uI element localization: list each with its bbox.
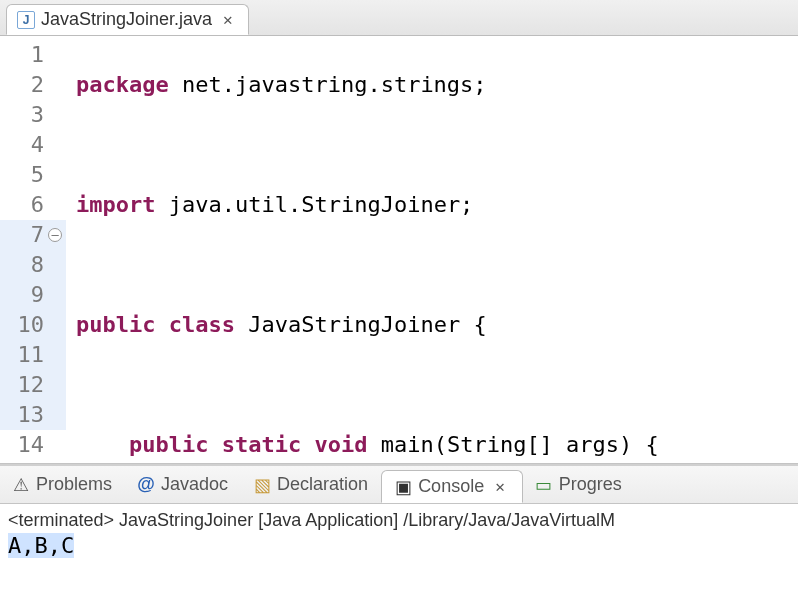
code-editor[interactable]: 1 2 3 4 5 6 7– 8 9 10 11 12 13 14 packag… — [0, 36, 798, 464]
keyword: class — [169, 312, 235, 337]
code-area[interactable]: package net.javastring.strings; import j… — [70, 36, 798, 463]
java-file-icon: J — [17, 11, 35, 29]
console-output[interactable]: A,B,C — [0, 533, 798, 558]
line-number: 14 — [0, 430, 66, 460]
bottom-tabbar: ⚠ Problems @ Javadoc ▧ Declaration ▣ Con… — [0, 464, 798, 504]
line-number: 11 — [0, 340, 66, 370]
tab-progress[interactable]: ▭ Progres — [523, 466, 635, 503]
editor-tab[interactable]: J JavaStringJoiner.java ✕ — [6, 4, 249, 35]
line-number: 13 — [0, 400, 66, 430]
fold-collapse-icon[interactable]: – — [48, 228, 62, 242]
keyword: package — [76, 72, 169, 97]
tab-label: Console — [418, 476, 484, 497]
line-number-gutter: 1 2 3 4 5 6 7– 8 9 10 11 12 13 14 — [0, 36, 70, 463]
line-number: 4 — [0, 130, 66, 160]
line-number: 8 — [0, 250, 66, 280]
line-number: 9 — [0, 280, 66, 310]
line-number: 3 — [0, 100, 66, 130]
console-status-line: <terminated> JavaStringJoiner [Java Appl… — [0, 504, 798, 533]
javadoc-icon: @ — [137, 476, 155, 494]
line-number: 2 — [0, 70, 66, 100]
line-number: 10 — [0, 310, 66, 340]
tab-label: Problems — [36, 474, 112, 495]
problems-icon: ⚠ — [12, 476, 30, 494]
console-icon: ▣ — [394, 478, 412, 496]
code-text: net.javastring.strings; — [169, 72, 487, 97]
tab-javadoc[interactable]: @ Javadoc — [125, 466, 241, 503]
code-text: { — [473, 312, 486, 337]
keyword: public — [129, 432, 208, 457]
line-number: 12 — [0, 370, 66, 400]
line-number: 6 — [0, 190, 66, 220]
keyword: import — [76, 192, 155, 217]
bottom-panel: ⚠ Problems @ Javadoc ▧ Declaration ▣ Con… — [0, 464, 798, 604]
line-number: 5 — [0, 160, 66, 190]
tab-label: Javadoc — [161, 474, 228, 495]
keyword: static — [222, 432, 301, 457]
tab-declaration[interactable]: ▧ Declaration — [241, 466, 381, 503]
code-text: java.util.StringJoiner; — [155, 192, 473, 217]
progress-icon: ▭ — [535, 476, 553, 494]
keyword: public — [76, 312, 155, 337]
code-text: JavaStringJoiner — [235, 312, 473, 337]
declaration-icon: ▧ — [253, 476, 271, 494]
keyword: void — [314, 432, 367, 457]
code-text: main(String[] args) — [367, 432, 645, 457]
code-text: { — [646, 432, 659, 457]
line-number: 7– — [0, 220, 66, 250]
tab-label: Progres — [559, 474, 622, 495]
close-view-icon[interactable]: ✕ — [490, 476, 510, 497]
editor-tab-filename: JavaStringJoiner.java — [41, 9, 212, 30]
console-output-text: A,B,C — [8, 533, 74, 558]
tab-label: Declaration — [277, 474, 368, 495]
editor-tabbar: J JavaStringJoiner.java ✕ — [0, 0, 798, 36]
tab-problems[interactable]: ⚠ Problems — [0, 466, 125, 503]
line-number: 1 — [0, 40, 66, 70]
close-tab-icon[interactable]: ✕ — [218, 9, 238, 30]
tab-console[interactable]: ▣ Console ✕ — [381, 470, 523, 503]
